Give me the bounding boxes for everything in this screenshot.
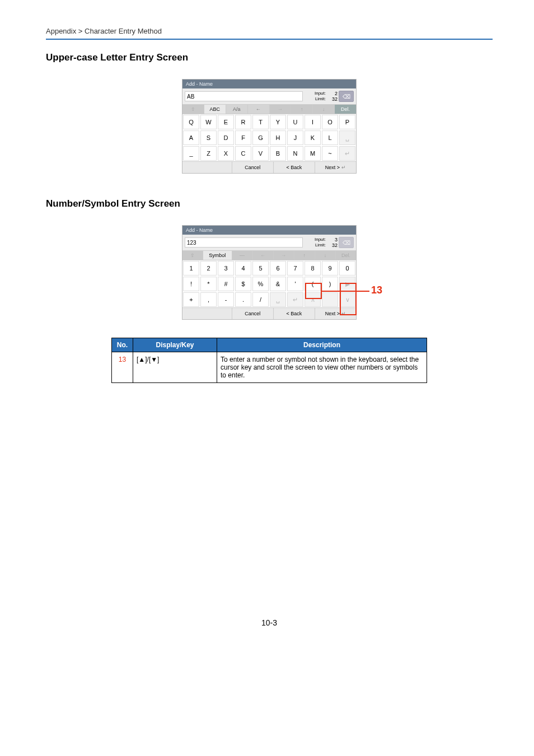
key[interactable]: 8 [305,261,321,276]
callout-number: 13 [371,284,382,296]
key[interactable]: Y [270,115,286,129]
space-key[interactable]: ␣ [270,292,286,307]
text-input[interactable]: 123 [185,237,303,248]
case-tab[interactable]: A/a [226,105,248,114]
cancel-button[interactable]: Cancel [232,162,274,173]
key[interactable]: / [252,292,269,307]
key[interactable]: + [183,292,199,307]
key[interactable]: _ [183,146,199,161]
key[interactable]: Z [200,146,217,161]
callout-line [322,291,369,292]
shift-tab[interactable]: ⇧ [182,251,203,260]
key[interactable]: F [235,130,251,145]
text-input[interactable]: AB [185,91,303,101]
cancel-button[interactable]: Cancel [232,308,274,319]
key[interactable]: 5 [252,261,269,276]
key[interactable]: C [235,146,251,161]
key[interactable]: H [270,130,286,145]
symbol-tab[interactable]: Symbol [203,251,232,260]
key[interactable]: * [200,277,217,291]
key[interactable]: 6 [270,261,286,276]
input-limit-label: Input:Limit: [303,91,327,102]
key[interactable]: K [305,130,321,145]
down-cursor-key[interactable]: ∨ [339,292,355,307]
enter-key[interactable]: ↵ [339,146,355,161]
key[interactable]: 7 [287,261,303,276]
shift-tab[interactable]: ⇧ [182,105,204,114]
key[interactable]: 0 [339,261,355,276]
key[interactable]: M [305,146,321,161]
key[interactable]: 3 [218,261,234,276]
key[interactable]: R [235,115,251,129]
key[interactable]: A [183,130,199,145]
key[interactable]: W [200,115,217,129]
key[interactable]: V [252,146,269,161]
key[interactable]: N [287,146,303,161]
key[interactable]: 2 [200,261,217,276]
key[interactable]: 9 [322,261,338,276]
key[interactable]: & [270,277,286,291]
breadcrumb: Appendix > Character Entry Method [46,27,493,35]
description-table: No. Display/Key Description 13 [▲]/[▼] T… [111,338,427,383]
enter-key[interactable]: ↵ [287,292,303,307]
backspace-button[interactable]: ⌫ [339,91,354,102]
key[interactable]: $ [235,277,251,291]
right-tab[interactable]: → [274,251,294,260]
backspace-button[interactable]: ⌫ [339,237,354,248]
right-tab[interactable]: → [270,105,292,114]
key[interactable]: S [200,130,217,145]
key[interactable]: G [252,130,269,145]
key[interactable]: T [252,115,269,129]
key[interactable]: P [339,115,355,129]
key[interactable]: ( [305,277,321,291]
back-button[interactable]: < Back [274,162,315,173]
key[interactable]: J [287,130,303,145]
del-tab[interactable]: Del. [335,105,356,114]
key[interactable]: E [218,115,234,129]
up-cursor-key[interactable]: ∧ [305,292,321,307]
del-tab[interactable]: Del. [336,251,356,260]
left-tab[interactable]: ← [253,251,274,260]
key[interactable]: ! [183,277,199,291]
key[interactable]: Q [183,115,199,129]
kbd-title: Add - Name [182,226,356,235]
input-limit-label: Input:Limit: [303,237,327,248]
blank-bottom [182,162,232,173]
down-tab[interactable]: ↓ [313,105,335,114]
key[interactable]: - [218,292,234,307]
key[interactable]: B [270,146,286,161]
next-button[interactable]: Next >↵ [315,162,356,173]
key[interactable]: L [322,130,338,145]
cell-key: [▲]/[▼] [133,352,217,383]
key[interactable]: . [235,292,251,307]
key[interactable]: ) [322,277,338,291]
key[interactable]: ' [287,277,303,291]
key[interactable]: # [218,277,234,291]
key[interactable]: X [218,146,234,161]
key[interactable]: I [305,115,321,129]
cell-desc: To enter a number or symbol not shown in… [217,352,427,383]
dash-tab[interactable]: — [232,251,253,260]
key[interactable]: U [287,115,303,129]
key[interactable]: O [322,115,338,129]
up-tab[interactable]: ↑ [294,251,315,260]
back-button[interactable]: < Back [274,308,315,319]
key[interactable]: % [252,277,269,291]
up-tab[interactable]: ↑ [291,105,313,114]
key[interactable]: D [218,130,234,145]
next-button[interactable]: Next >↵ [315,308,356,319]
keyboard-upper: Add - Name AB Input:Limit: 232 ⌫ ⇧ ABC A… [182,79,357,174]
kbd-title: Add - Name [182,80,356,88]
key[interactable]: 1 [183,261,199,276]
down-tab[interactable]: ↓ [315,251,336,260]
left-tab[interactable]: ← [248,105,270,114]
keyboard-symbol: Add - Name 123 Input:Limit: 332 ⌫ ⇧ Symb… [182,225,357,320]
key[interactable]: ~ [322,146,338,161]
abc-tab[interactable]: ABC [204,105,226,114]
space-key[interactable]: ␣ [339,130,355,145]
key[interactable] [322,292,338,307]
key[interactable]: , [200,292,217,307]
key[interactable]: 4 [235,261,251,276]
key[interactable]: ▶ [339,277,355,291]
section-upper-title: Upper-case Letter Entry Screen [46,52,493,63]
